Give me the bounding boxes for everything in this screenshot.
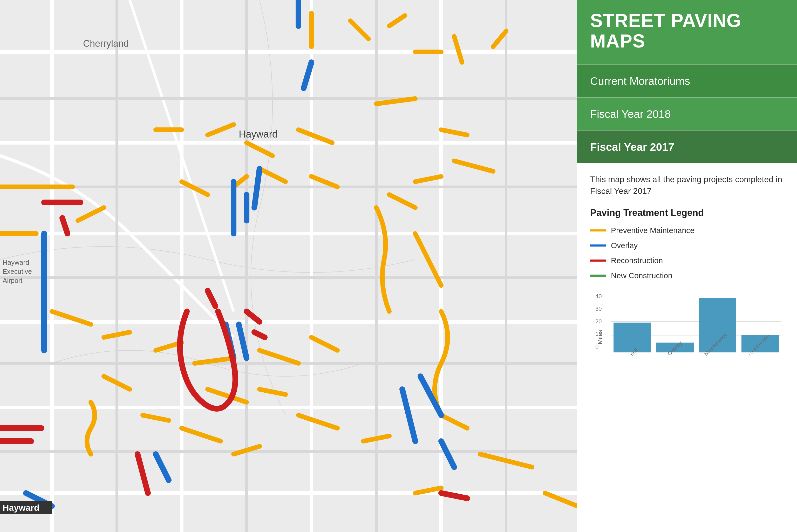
svg-line-49 — [247, 143, 272, 156]
svg-line-43 — [493, 31, 506, 47]
sidebar: STREET PAVING MAPS Current Moratoriums F… — [577, 0, 797, 532]
map-svg: Cherryland Hayward Hayward Hayward Execu… — [0, 0, 577, 532]
svg-line-54 — [311, 176, 337, 187]
y-tick-40: 40 — [595, 293, 602, 300]
svg-line-46 — [78, 208, 104, 221]
legend-label-preventive: Preventive Maintenance — [611, 226, 695, 235]
bar-null: null — [613, 323, 651, 360]
y-tick-0: 0 — [595, 343, 602, 350]
svg-line-64 — [260, 350, 299, 363]
hayward-label: Hayward — [239, 129, 278, 140]
svg-line-86 — [441, 441, 454, 467]
svg-line-61 — [104, 332, 130, 337]
svg-line-95 — [254, 332, 265, 337]
svg-line-76 — [545, 493, 577, 506]
legend-item-reconstruction: Reconstruction — [590, 256, 784, 265]
svg-text:Airport: Airport — [3, 277, 23, 284]
legend-title: Paving Treatment Legend — [590, 207, 784, 218]
svg-line-92 — [62, 218, 68, 233]
svg-line-58 — [415, 176, 441, 182]
nav-item-moratoriums[interactable]: Current Moratoriums — [577, 64, 797, 97]
svg-line-57 — [454, 161, 493, 171]
y-tick-20: 20 — [595, 318, 602, 325]
svg-line-56 — [441, 130, 467, 135]
cherryland-label: Cherryland — [83, 38, 129, 49]
svg-line-93 — [208, 291, 215, 306]
svg-line-59 — [389, 195, 415, 208]
svg-line-50 — [299, 130, 332, 143]
y-tick-10: 10 — [595, 330, 602, 337]
svg-line-87 — [156, 454, 169, 480]
bar-construction: construction — [741, 335, 779, 360]
nav-item-fy2018[interactable]: Fiscal Year 2018 — [577, 97, 797, 130]
legend-label-overlay: Overlay — [611, 241, 638, 250]
svg-line-53 — [260, 169, 285, 182]
nav-item-fy2017[interactable]: Fiscal Year 2017 — [577, 130, 797, 163]
app-title: STREET PAVING MAPS — [590, 11, 784, 51]
legend-label-reconstruction: Reconstruction — [611, 256, 663, 265]
preventive-color — [590, 229, 606, 231]
chart-container: Miles 0 10 20 30 40 — [590, 288, 784, 386]
svg-line-48 — [208, 125, 233, 135]
reconstruction-color — [590, 260, 606, 262]
svg-line-42 — [454, 36, 462, 62]
svg-line-72 — [299, 415, 337, 428]
hayward-bottom-label: Hayward — [3, 503, 39, 513]
svg-line-74 — [441, 415, 467, 428]
svg-line-83 — [254, 169, 260, 208]
legend-item-preventive: Preventive Maintenance — [590, 226, 784, 235]
svg-line-84 — [402, 389, 415, 441]
description: This map shows all the paving projects c… — [590, 174, 784, 197]
legend-label-new-construction: New Construction — [611, 271, 672, 280]
svg-line-70 — [182, 428, 221, 441]
svg-line-69 — [143, 415, 169, 420]
svg-line-98 — [137, 454, 148, 493]
svg-line-85 — [420, 376, 441, 415]
new-construction-color — [590, 274, 606, 277]
svg-line-65 — [311, 337, 337, 350]
svg-line-39 — [350, 21, 368, 39]
legend-item-overlay: Overlay — [590, 241, 784, 250]
y-tick-30: 30 — [595, 305, 602, 312]
svg-line-73 — [363, 436, 389, 441]
sidebar-content: This map shows all the paving projects c… — [577, 163, 797, 532]
svg-line-40 — [389, 16, 405, 26]
bar-overlay: Overlay — [656, 343, 694, 360]
airport-label: Hayward — [3, 259, 29, 266]
map-container: Cherryland Hayward Hayward Hayward Execu… — [0, 0, 577, 532]
bar-maintenance: Maintenance — [699, 298, 736, 360]
legend-item-new-construction: New Construction — [590, 271, 784, 280]
overlay-color — [590, 245, 606, 247]
svg-line-67 — [260, 389, 285, 395]
svg-text:Executive: Executive — [3, 268, 32, 276]
sidebar-header: STREET PAVING MAPS — [577, 0, 797, 64]
